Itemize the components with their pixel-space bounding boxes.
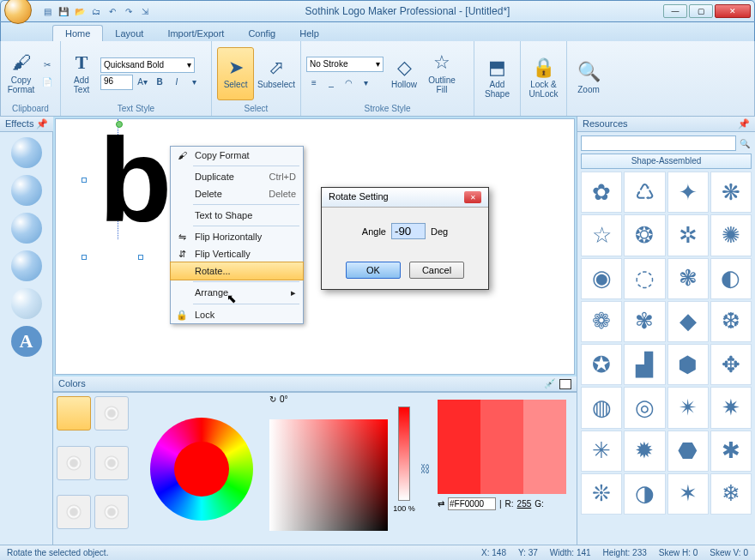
cm-text-to-shape[interactable]: Text to Shape xyxy=(171,207,303,224)
cancel-button[interactable]: Cancel xyxy=(409,262,464,279)
harmony-mode-4[interactable] xyxy=(94,446,129,480)
copy-format-button[interactable]: 🖌Copy Format xyxy=(6,47,36,100)
shape-item[interactable]: ✷ xyxy=(710,387,752,428)
add-text-button[interactable]: TAdd Text xyxy=(66,47,97,100)
resource-search-input[interactable] xyxy=(581,135,736,151)
cm-duplicate[interactable]: DuplicateCtrl+D xyxy=(171,168,303,185)
qat-new-icon[interactable]: ▤ xyxy=(40,4,54,18)
outline-fill-button[interactable]: ☆Outline Fill xyxy=(425,47,459,100)
tab-help[interactable]: Help xyxy=(287,26,331,41)
sv-picker[interactable] xyxy=(269,419,388,531)
cm-delete[interactable]: DeleteDelete xyxy=(171,185,303,202)
cm-copy-format[interactable]: 🖌Copy Format xyxy=(171,147,303,164)
pin-icon[interactable]: 📌 xyxy=(738,118,750,129)
cm-arrange[interactable]: Arrange▸ xyxy=(171,284,303,302)
shape-item[interactable]: ❁ xyxy=(581,301,622,342)
shape-item[interactable]: ✪ xyxy=(581,344,622,385)
qat-undo-icon[interactable]: ↶ xyxy=(106,4,119,18)
italic-button[interactable]: I xyxy=(169,75,184,90)
stroke-color-icon[interactable]: ▾ xyxy=(358,75,373,91)
stroke-style-dropdown[interactable]: No Stroke▾ xyxy=(306,57,384,72)
minimize-button[interactable]: — xyxy=(663,4,687,18)
shape-item[interactable]: ♺ xyxy=(624,172,665,213)
shape-item[interactable]: ❆ xyxy=(710,301,752,342)
shape-item[interactable]: ✥ xyxy=(710,344,752,385)
qat-open-icon[interactable]: 📂 xyxy=(73,4,87,18)
hex-input[interactable] xyxy=(448,497,496,510)
effect-text-preset[interactable]: A xyxy=(11,326,42,357)
shape-item[interactable]: ☆ xyxy=(581,214,622,256)
shape-item[interactable]: ✳ xyxy=(581,431,622,472)
shape-item[interactable]: ✾ xyxy=(624,301,665,342)
tab-home[interactable]: Home xyxy=(52,25,103,41)
search-icon[interactable]: 🔍 xyxy=(738,135,752,151)
shape-item[interactable]: ⬣ xyxy=(667,431,709,472)
subselect-tool-button[interactable]: ⬀Subselect xyxy=(257,47,295,100)
canvas-text-object[interactable]: b xyxy=(99,126,172,234)
shape-item[interactable]: ✴ xyxy=(667,387,709,428)
add-shape-button[interactable]: ⬒Add Shape xyxy=(480,51,515,105)
stroke-width-icon[interactable]: ≡ xyxy=(306,75,322,91)
dialog-close-button[interactable]: ✕ xyxy=(464,191,481,203)
bold-button[interactable]: B xyxy=(152,75,167,90)
select-tool-button[interactable]: ➤Select xyxy=(217,47,254,100)
shape-item[interactable]: ◑ xyxy=(624,473,665,515)
swap-icon[interactable]: ⇄ xyxy=(438,499,444,509)
resize-handle-s[interactable] xyxy=(138,255,143,260)
effect-preset-4[interactable] xyxy=(11,250,42,281)
tab-import-export[interactable]: Import/Export xyxy=(155,26,236,41)
app-menu-orb[interactable] xyxy=(4,0,32,24)
shape-item[interactable]: ✲ xyxy=(667,214,709,256)
ok-button[interactable]: OK xyxy=(346,262,401,279)
rotate-icon[interactable]: ↻ xyxy=(269,394,276,404)
cut-icon[interactable]: ✂ xyxy=(39,57,55,73)
shape-item[interactable]: ❊ xyxy=(581,473,622,515)
shape-item[interactable]: ❄ xyxy=(710,473,752,515)
hollow-button[interactable]: ◇Hollow xyxy=(387,47,421,100)
shape-item[interactable]: ❃ xyxy=(667,258,709,299)
stroke-cap-icon[interactable]: ⎯ xyxy=(323,75,339,91)
shape-item[interactable]: ✦ xyxy=(667,172,709,213)
harmony-mode-5[interactable] xyxy=(57,495,91,529)
shape-item[interactable]: ❋ xyxy=(710,172,752,213)
resource-category-dropdown[interactable]: Shape-Assembled xyxy=(581,154,752,169)
eyedropper-icon[interactable]: 💉 xyxy=(544,378,556,389)
qat-redo-icon[interactable]: ↷ xyxy=(122,4,136,18)
harmony-mode-2[interactable] xyxy=(94,396,129,431)
resize-handle-w[interactable] xyxy=(82,178,87,183)
cm-rotate[interactable]: Rotate... xyxy=(170,262,304,280)
harmony-mode-3[interactable] xyxy=(57,446,91,480)
effect-preset-2[interactable] xyxy=(11,175,42,206)
shape-item[interactable]: ✱ xyxy=(710,431,752,472)
pin-icon[interactable]: 📌 xyxy=(36,118,48,129)
font-size-input[interactable]: 96 xyxy=(100,75,133,90)
qat-save-icon[interactable]: 💾 xyxy=(57,4,70,18)
cm-flip-vertical[interactable]: ⇵Flip Vertically xyxy=(171,245,303,262)
current-color-swatch[interactable] xyxy=(559,379,571,389)
cm-flip-horizontal[interactable]: ⇋Flip Horizontally xyxy=(171,228,303,245)
stroke-join-icon[interactable]: ◠ xyxy=(341,75,356,91)
harmony-mode-6[interactable] xyxy=(94,495,129,529)
shape-item[interactable]: ✶ xyxy=(667,473,709,515)
close-button[interactable]: ✕ xyxy=(715,4,751,18)
font-family-dropdown[interactable]: Quicksand Bold▾ xyxy=(100,57,195,73)
lock-unlock-button[interactable]: 🔒Lock & UnLock xyxy=(526,51,561,105)
style-dropdown-icon[interactable]: ▾ xyxy=(186,75,202,90)
shape-item[interactable]: ◉ xyxy=(581,258,622,299)
maximize-button[interactable]: ▢ xyxy=(689,4,713,18)
decrease-size-icon[interactable]: A▾ xyxy=(135,75,150,90)
shape-item[interactable]: ✹ xyxy=(624,431,665,472)
effect-preset-5[interactable] xyxy=(11,288,42,319)
qat-export-icon[interactable]: ⇲ xyxy=(138,4,152,18)
qat-folder-icon[interactable]: 🗂 xyxy=(89,4,103,18)
effect-preset-3[interactable] xyxy=(11,213,42,244)
shape-item[interactable]: ◐ xyxy=(710,258,752,299)
shape-item[interactable]: ◍ xyxy=(581,387,622,428)
copy-icon[interactable]: 📄 xyxy=(39,75,55,90)
angle-input[interactable] xyxy=(391,223,426,239)
shape-item[interactable]: ❂ xyxy=(624,214,665,256)
color-wheel[interactable] xyxy=(137,393,266,545)
resize-handle-sw[interactable] xyxy=(82,255,87,260)
shape-item[interactable]: ✺ xyxy=(710,214,752,256)
shape-item[interactable]: ◎ xyxy=(624,387,665,428)
